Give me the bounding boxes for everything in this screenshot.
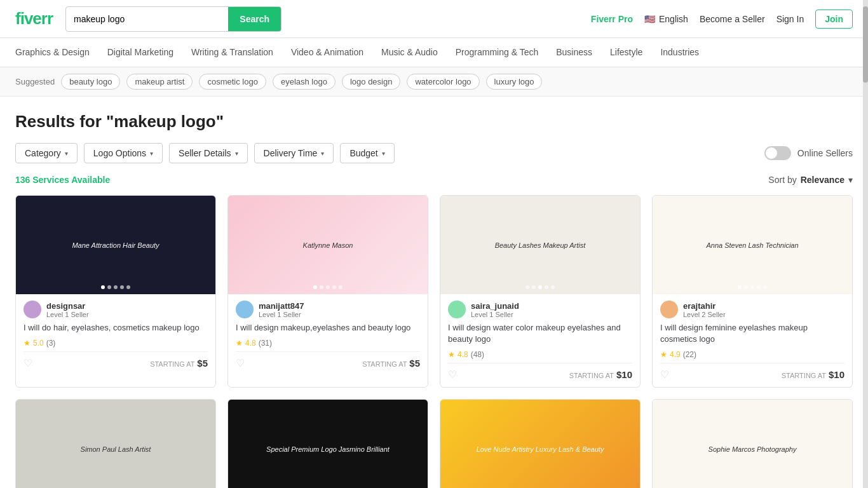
join-button[interactable]: Join [815, 10, 853, 29]
carousel-dot[interactable] [526, 285, 529, 289]
suggested-tag[interactable]: eyelash logo [273, 74, 336, 90]
suggested-tag[interactable]: logo design [342, 74, 401, 90]
card-image-text: Sophie Marcos Photography [653, 400, 852, 488]
card-image: Simon Paul Lash Artist [16, 400, 215, 488]
rating-value: 5.0 [33, 339, 44, 348]
category-filter[interactable]: Category ▾ [15, 143, 78, 163]
carousel-dot[interactable] [313, 285, 317, 289]
results-meta: 136 Services Available Sort by Relevance… [15, 175, 853, 185]
price-area: STARTING AT $5 [150, 358, 208, 369]
carousel-dot[interactable] [126, 285, 130, 289]
carousel-dot[interactable] [326, 285, 330, 289]
review-count: (31) [259, 339, 272, 348]
nav-item-programming---tech[interactable]: Programming & Tech [456, 39, 538, 66]
nav-item-industries[interactable]: Industries [660, 39, 699, 66]
nav-item-graphics---design[interactable]: Graphics & Design [15, 39, 90, 66]
suggested-tag[interactable]: watercolor logo [407, 74, 479, 90]
toggle-knob [766, 147, 777, 159]
carousel-dot[interactable] [532, 285, 536, 289]
card-image: Sophie Marcos Photography [653, 400, 852, 488]
budget-chevron-icon: ▾ [382, 150, 385, 157]
starting-at-label: STARTING AT [569, 372, 614, 379]
suggested-tag[interactable]: luxury logo [486, 74, 543, 90]
budget-filter[interactable]: Budget ▾ [340, 143, 394, 163]
card-image-text: Katlynne Mason [228, 196, 428, 294]
seller-details-filter[interactable]: Seller Details ▾ [169, 143, 247, 163]
delivery-time-filter[interactable]: Delivery Time ▾ [254, 143, 334, 163]
carousel-dot[interactable] [738, 285, 742, 289]
cards-grid: Mane Attraction Hair Beauty designsar Le… [15, 195, 853, 488]
carousel-dot[interactable] [744, 285, 748, 289]
sort-by[interactable]: Sort by Relevance ▾ [768, 175, 853, 185]
price-area: STARTING AT $10 [569, 369, 632, 380]
card-body: manijatt847 Level 1 Seller I will design… [228, 294, 428, 376]
suggested-bar: Suggested beauty logomakeup artistcosmet… [0, 67, 868, 97]
card-image-text: Special Premium Logo Jasmino Brilliant [228, 400, 428, 488]
service-card[interactable]: Katlynne Mason manijatt847 Level 1 Selle… [227, 195, 428, 388]
scrollbar-thumb[interactable] [863, 6, 868, 83]
card-image-text: Anna Steven Lash Technician [653, 196, 852, 294]
carousel-dot[interactable] [320, 285, 323, 289]
logo-options-chevron-icon: ▾ [150, 150, 153, 157]
favorite-button[interactable]: ♡ [236, 357, 245, 369]
search-button[interactable]: Search [228, 7, 281, 31]
nav-item-video---animation[interactable]: Video & Animation [291, 39, 363, 66]
carousel-dot[interactable] [332, 285, 336, 289]
scrollbar[interactable] [863, 0, 868, 488]
carousel-dot[interactable] [114, 285, 118, 289]
avatar [448, 301, 466, 318]
carousel-dot[interactable] [538, 285, 542, 289]
budget-label: Budget [349, 148, 377, 158]
search-input[interactable] [66, 9, 228, 29]
suggested-tag[interactable]: makeup artist [126, 74, 193, 90]
nav-item-digital-marketing[interactable]: Digital Marketing [107, 39, 173, 66]
carousel-dot[interactable] [551, 285, 555, 289]
count-label: Services Available [32, 175, 110, 185]
suggested-tag[interactable]: beauty logo [61, 74, 120, 90]
service-card[interactable]: Mane Attraction Hair Beauty designsar Le… [15, 195, 216, 388]
carousel-dot[interactable] [545, 285, 548, 289]
nav-item-music---audio[interactable]: Music & Audio [381, 39, 438, 66]
card-image-text: Love Nude Artistry Luxury Lash & Beauty [440, 400, 640, 488]
seller-details: erajtahir Level 2 Seller [683, 301, 726, 318]
service-card[interactable]: Sophie Marcos Photography sophie_marcos … [652, 399, 853, 488]
search-bar: Search [65, 6, 281, 32]
header-right: Fiverr Pro 🇺🇸 English Become a Seller Si… [591, 10, 853, 29]
nav-item-lifestyle[interactable]: Lifestyle [610, 39, 642, 66]
fiverr-pro-link[interactable]: Fiverr Pro [591, 14, 633, 24]
suggested-tag[interactable]: cosmetic logo [199, 74, 266, 90]
nav-item-writing---translation[interactable]: Writing & Translation [191, 39, 273, 66]
service-card[interactable]: Love Nude Artistry Luxury Lash & Beauty … [440, 399, 641, 488]
price-value: $10 [829, 369, 844, 380]
favorite-button[interactable]: ♡ [448, 369, 457, 381]
seller-level: Level 1 Seller [259, 311, 304, 318]
carousel-dot[interactable] [107, 285, 111, 289]
online-sellers-switch[interactable] [764, 146, 791, 160]
card-title: I will design feminine eyelashes makeup … [660, 322, 844, 345]
delivery-time-chevron-icon: ▾ [321, 150, 324, 157]
language-selector[interactable]: 🇺🇸 English [644, 14, 688, 24]
service-card[interactable]: Anna Steven Lash Technician erajtahir Le… [652, 195, 853, 388]
carousel-dot[interactable] [763, 285, 767, 289]
avatar [24, 301, 41, 318]
favorite-button[interactable]: ♡ [660, 369, 669, 381]
card-image: Mane Attraction Hair Beauty [16, 196, 215, 294]
review-count: (22) [683, 350, 696, 359]
seller-info: manijatt847 Level 1 Seller [236, 301, 420, 318]
carousel-dot[interactable] [101, 285, 105, 289]
star-icon: ★ [24, 339, 31, 348]
nav-item-business[interactable]: Business [556, 39, 592, 66]
logo-options-filter[interactable]: Logo Options ▾ [84, 143, 163, 163]
favorite-button[interactable]: ♡ [24, 357, 32, 369]
carousel-dot[interactable] [750, 285, 754, 289]
carousel-dot[interactable] [757, 285, 761, 289]
become-seller-link[interactable]: Become a Seller [700, 14, 765, 24]
card-image-text: Simon Paul Lash Artist [16, 400, 215, 488]
service-card[interactable]: Special Premium Logo Jasmino Brilliant j… [227, 399, 428, 488]
avatar [236, 301, 254, 318]
service-card[interactable]: Beauty Lashes Makeup Artist saira_junaid… [440, 195, 641, 388]
service-card[interactable]: Simon Paul Lash Artist simon_art Level 1… [15, 399, 216, 488]
carousel-dot[interactable] [339, 285, 342, 289]
sign-in-link[interactable]: Sign In [776, 14, 804, 24]
carousel-dot[interactable] [120, 285, 124, 289]
